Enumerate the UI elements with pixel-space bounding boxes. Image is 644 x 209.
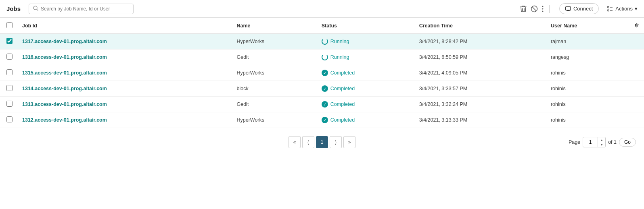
row-name: HyperWorks [232, 65, 316, 81]
header-settings[interactable] [628, 18, 644, 34]
select-all-checkbox[interactable] [6, 22, 13, 28]
header-checkbox-col [0, 18, 17, 34]
actions-label: Actions [615, 6, 633, 12]
row-job-id: 1315.access-dev-01.prog.altair.com [17, 65, 232, 81]
jobs-table: Job Id Name Status Creation Time User Na… [0, 18, 644, 128]
row-user-name: rohinis [546, 65, 628, 81]
row-creation-time: 3/4/2021, 8:28:42 PM [414, 34, 546, 50]
row-user-name: rajman [546, 34, 628, 50]
row-settings-cell [628, 97, 644, 112]
table-body: 1317.access-dev-01.prog.altair.com Hyper… [0, 34, 644, 128]
page-up-button[interactable]: ▲ [598, 137, 605, 142]
header-status: Status [317, 18, 414, 34]
search-icon [33, 6, 38, 12]
svg-line-1 [37, 9, 38, 10]
row-checkbox-cell [0, 65, 17, 81]
row-checkbox[interactable] [6, 38, 13, 44]
svg-line-3 [532, 6, 536, 11]
row-name: Gedit [232, 50, 316, 65]
row-creation-time: 3/4/2021, 6:50:59 PM [414, 50, 546, 65]
header-creation-time: Creation Time [414, 18, 546, 34]
job-id-link[interactable]: 1313.access-dev-01.prog.altair.com [22, 101, 107, 107]
table-row: 1312.access-dev-01.prog.altair.com Hyper… [0, 112, 644, 128]
pagination-first[interactable]: « [289, 136, 301, 148]
table-row: 1315.access-dev-01.prog.altair.com Hyper… [0, 65, 644, 81]
connect-button[interactable]: Connect [559, 3, 599, 14]
completed-check-icon: ✓ [322, 70, 328, 76]
search-input[interactable] [41, 6, 129, 12]
table-row: 1314.access-dev-01.prog.altair.com block… [0, 81, 644, 97]
status-text: Completed [330, 101, 355, 107]
job-id-link[interactable]: 1316.access-dev-01.prog.altair.com [22, 54, 107, 60]
go-button[interactable]: Go [619, 138, 636, 147]
job-id-link[interactable]: 1317.access-dev-01.prog.altair.com [22, 39, 107, 44]
row-checkbox[interactable] [6, 101, 13, 107]
row-settings-cell [628, 50, 644, 65]
completed-check-icon: ✓ [322, 117, 328, 123]
row-status: ✓ Completed [317, 65, 414, 81]
pagination-page-1[interactable]: 1 [316, 136, 328, 148]
row-user-name: rohinis [546, 112, 628, 128]
row-status: Running [317, 34, 414, 50]
table-row: 1313.access-dev-01.prog.altair.com Gedit… [0, 97, 644, 112]
row-name: Gedit [232, 97, 316, 112]
of-label: of 1 [608, 139, 617, 145]
row-checkbox[interactable] [6, 69, 13, 75]
row-checkbox[interactable] [6, 85, 13, 91]
row-user-name: rangesg [546, 50, 628, 65]
page-label: Page [569, 139, 580, 145]
row-name: HyperWorks [232, 34, 316, 50]
actions-button[interactable]: Actions ▾ [607, 6, 638, 12]
row-status: ✓ Completed [317, 97, 414, 112]
toolbar-icons [520, 5, 551, 13]
pagination-prev[interactable]: ( [302, 136, 314, 148]
completed-check-icon: ✓ [322, 101, 328, 108]
svg-point-10 [607, 6, 609, 8]
pagination-last[interactable]: » [343, 136, 355, 148]
status-text: Running [330, 54, 349, 60]
table-row: 1317.access-dev-01.prog.altair.com Hyper… [0, 34, 644, 50]
pagination-next[interactable]: ) [330, 136, 342, 148]
page-header: Jobs [0, 0, 644, 18]
row-user-name: rohinis [546, 97, 628, 112]
svg-point-6 [542, 10, 543, 12]
actions-chevron-icon: ▾ [635, 6, 638, 12]
row-job-id: 1316.access-dev-01.prog.altair.com [17, 50, 232, 65]
row-job-id: 1314.access-dev-01.prog.altair.com [17, 81, 232, 97]
row-job-id: 1313.access-dev-01.prog.altair.com [17, 97, 232, 112]
row-job-id: 1312.access-dev-01.prog.altair.com [17, 112, 232, 128]
header-name: Name [232, 18, 316, 34]
toolbar-divider [549, 5, 550, 13]
row-checkbox-cell [0, 81, 17, 97]
delete-icon[interactable] [520, 5, 527, 12]
svg-point-5 [542, 8, 543, 9]
search-box [29, 4, 134, 14]
job-id-link[interactable]: 1312.access-dev-01.prog.altair.com [22, 117, 107, 123]
running-spinner-icon [322, 38, 328, 45]
row-checkbox[interactable] [6, 116, 13, 122]
status-text: Completed [330, 86, 355, 91]
row-settings-cell [628, 65, 644, 81]
job-id-link[interactable]: 1314.access-dev-01.prog.altair.com [22, 86, 107, 91]
row-creation-time: 3/4/2021, 4:09:05 PM [414, 65, 546, 81]
row-checkbox[interactable] [6, 54, 13, 60]
status-text: Completed [330, 117, 355, 123]
row-creation-time: 3/4/2021, 3:33:57 PM [414, 81, 546, 97]
page-down-button[interactable]: ▼ [598, 142, 605, 147]
row-checkbox-cell [0, 112, 17, 128]
page-title: Jobs [6, 5, 21, 12]
more-options-icon[interactable] [542, 5, 544, 12]
page-number-input[interactable] [583, 138, 598, 146]
row-checkbox-cell [0, 34, 17, 50]
page-info: Page ▲ ▼ of 1 Go [569, 137, 636, 147]
completed-check-icon: ✓ [322, 85, 328, 92]
job-id-link[interactable]: 1315.access-dev-01.prog.altair.com [22, 70, 107, 76]
svg-rect-7 [566, 7, 571, 10]
page-input-wrapper: ▲ ▼ [583, 137, 606, 147]
svg-point-11 [607, 10, 609, 11]
header-user-name: User Name [546, 18, 628, 34]
row-status: ✓ Completed [317, 112, 414, 128]
ban-icon[interactable] [531, 5, 538, 12]
row-checkbox-cell [0, 50, 17, 65]
row-name: block [232, 81, 316, 97]
